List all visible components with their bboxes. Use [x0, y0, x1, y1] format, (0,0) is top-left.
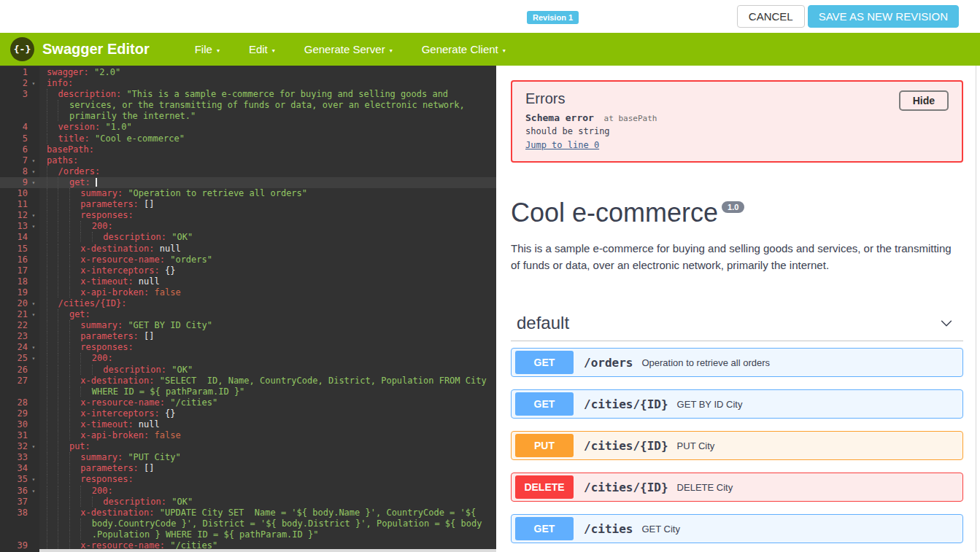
- code-text[interactable]: summary: "PUT City": [39, 452, 181, 463]
- editor-line[interactable]: 31 x-api-broken: false: [0, 430, 496, 441]
- hide-errors-button[interactable]: Hide: [899, 90, 949, 111]
- code-text[interactable]: responses:: [39, 342, 134, 353]
- editor-line[interactable]: 23 parameters: []: [0, 331, 496, 342]
- code-text[interactable]: swagger: "2.0": [39, 67, 120, 78]
- editor-line[interactable]: 28 x-resource-name: "/cities": [0, 397, 496, 408]
- operation-row-get-cities[interactable]: GET/citiesGET City: [511, 514, 963, 543]
- code-text[interactable]: x-api-broken: false: [39, 430, 181, 441]
- code-text[interactable]: 200:: [39, 353, 113, 364]
- editor-line[interactable]: 25▾ 200:: [0, 353, 496, 364]
- editor-line[interactable]: 24▾ responses:: [0, 342, 496, 353]
- editor-line[interactable]: services, or the transmitting of funds o…: [0, 100, 496, 111]
- editor-line[interactable]: 32▾ put:: [0, 441, 496, 452]
- editor-line[interactable]: 2▾info:: [0, 78, 496, 89]
- operation-row-put-cities-ID-[interactable]: PUT/cities/{ID}PUT City: [511, 431, 963, 460]
- code-text[interactable]: x-resource-name: "/cities": [39, 397, 217, 408]
- code-text[interactable]: services, or the transmitting of funds o…: [39, 100, 465, 111]
- code-text[interactable]: x-timeout: null: [39, 276, 160, 287]
- editor-line[interactable]: 22 summary: "GET BY ID City": [0, 320, 496, 331]
- fold-arrow-icon[interactable]: ▾: [28, 78, 39, 89]
- editor-line[interactable]: 10 summary: "Operation to retrieve all o…: [0, 188, 496, 199]
- editor-line[interactable]: 4 version: "1.0": [0, 122, 496, 133]
- editor-line[interactable]: 20▾ /cities/{ID}:: [0, 298, 496, 309]
- fold-arrow-icon[interactable]: ▾: [28, 177, 39, 188]
- fold-arrow-icon[interactable]: ▾: [28, 474, 39, 485]
- editor-line[interactable]: 6basePath:: [0, 144, 496, 155]
- code-text[interactable]: x-interceptors: {}: [39, 265, 175, 276]
- yaml-editor[interactable]: 1swagger: "2.0"2▾info:3 description: "Th…: [0, 66, 496, 552]
- code-text[interactable]: responses:: [39, 210, 134, 221]
- code-text[interactable]: /cities/{ID}:: [39, 298, 126, 309]
- editor-line[interactable]: 7▾paths:: [0, 155, 496, 166]
- editor-line[interactable]: 27 x-destination: "SELECT ID, Name, Coun…: [0, 376, 496, 386]
- code-text[interactable]: 200:: [39, 221, 113, 232]
- fold-arrow-icon[interactable]: ▾: [28, 155, 39, 166]
- code-text[interactable]: primarily the internet.": [39, 111, 196, 122]
- code-text[interactable]: /orders:: [39, 166, 100, 177]
- editor-line[interactable]: 33 summary: "PUT City": [0, 452, 496, 463]
- editor-line[interactable]: 9▾ get:: [0, 177, 496, 188]
- editor-line[interactable]: 29 x-interceptors: {}: [0, 408, 496, 419]
- code-text[interactable]: .Population } WHERE ID = ${ pathParam.ID…: [39, 529, 318, 540]
- code-text[interactable]: body.CountryCode }', District = '${ body…: [39, 518, 482, 529]
- code-text[interactable]: WHERE ID = ${ pathParam.ID }": [39, 386, 244, 397]
- editor-line[interactable]: 1swagger: "2.0": [0, 67, 496, 78]
- code-text[interactable]: get:: [39, 309, 90, 320]
- code-text[interactable]: 200:: [39, 486, 113, 497]
- editor-line[interactable]: 35▾ responses:: [0, 474, 496, 485]
- chevron-down-icon[interactable]: [938, 315, 954, 331]
- operation-row-get-cities-ID-[interactable]: GET/cities/{ID}GET BY ID City: [511, 389, 963, 419]
- code-text[interactable]: version: "1.0": [39, 122, 132, 133]
- code-text[interactable]: x-timeout: null: [39, 419, 160, 430]
- code-text[interactable]: description: "OK": [39, 365, 193, 376]
- editor-line[interactable]: 14 description: "OK": [0, 232, 496, 243]
- cancel-button[interactable]: CANCEL: [737, 5, 805, 28]
- code-text[interactable]: responses:: [39, 474, 134, 485]
- fold-arrow-icon[interactable]: ▾: [28, 486, 39, 497]
- code-text[interactable]: parameters: []: [39, 463, 155, 474]
- operation-row-get-orders[interactable]: GET/ordersOperation to retrieve all orde…: [511, 348, 963, 377]
- code-text[interactable]: parameters: []: [39, 199, 155, 210]
- editor-line[interactable]: 18 x-timeout: null: [0, 276, 496, 287]
- editor-line[interactable]: 26 description: "OK": [0, 365, 496, 376]
- editor-line[interactable]: WHERE ID = ${ pathParam.ID }": [0, 386, 496, 397]
- code-text[interactable]: get:: [39, 177, 97, 188]
- code-text[interactable]: description: "OK": [39, 232, 193, 243]
- editor-line[interactable]: 13▾ 200:: [0, 221, 496, 232]
- code-text[interactable]: summary: "GET BY ID City": [39, 320, 212, 331]
- fold-arrow-icon[interactable]: ▾: [28, 221, 39, 232]
- code-text[interactable]: x-destination: "SELECT ID, Name, Country…: [39, 376, 487, 386]
- editor-line[interactable]: 38 x-destination: "UPDATE City SET Name …: [0, 508, 496, 518]
- code-text[interactable]: info:: [39, 78, 73, 89]
- editor-line[interactable]: 16 x-resource-name: "orders": [0, 254, 496, 265]
- code-text[interactable]: x-interceptors: {}: [39, 408, 175, 419]
- code-text[interactable]: basePath:: [39, 144, 94, 155]
- code-text[interactable]: put:: [39, 441, 90, 452]
- preview-scrollbar[interactable]: [976, 66, 976, 552]
- tag-section-header-default[interactable]: default: [511, 313, 963, 341]
- editor-line[interactable]: 15 x-destination: null: [0, 244, 496, 254]
- code-text[interactable]: title: "Cool e-commerce": [39, 133, 185, 144]
- editor-line[interactable]: 17 x-interceptors: {}: [0, 265, 496, 276]
- fold-arrow-icon[interactable]: ▾: [28, 353, 39, 364]
- code-text[interactable]: description: "OK": [39, 497, 193, 508]
- menu-generate-client[interactable]: Generate Client▾: [417, 40, 510, 58]
- editor-line[interactable]: 37 description: "OK": [0, 497, 496, 508]
- fold-arrow-icon[interactable]: ▾: [28, 166, 39, 177]
- save-as-new-revision-button[interactable]: SAVE AS NEW REVISION: [808, 5, 959, 28]
- code-text[interactable]: paths:: [39, 155, 78, 166]
- editor-line[interactable]: 36▾ 200:: [0, 486, 496, 497]
- code-text[interactable]: summary: "Operation to retrieve all orde…: [39, 188, 307, 199]
- editor-line[interactable]: 19 x-api-broken: false: [0, 287, 496, 298]
- code-text[interactable]: x-destination: "UPDATE City SET Name = '…: [39, 508, 476, 518]
- editor-horizontal-scrollbar[interactable]: [39, 549, 496, 552]
- jump-to-line-link[interactable]: Jump to line 0: [525, 140, 599, 150]
- fold-arrow-icon[interactable]: ▾: [28, 309, 39, 320]
- code-text[interactable]: description: "This is a sample e-commerc…: [39, 89, 448, 100]
- fold-arrow-icon[interactable]: ▾: [28, 298, 39, 309]
- operation-row-delete-cities-ID-[interactable]: DELETE/cities/{ID}DELETE City: [511, 473, 963, 502]
- editor-line[interactable]: primarily the internet.": [0, 111, 496, 122]
- code-text[interactable]: x-resource-name: "orders": [39, 254, 212, 265]
- editor-line[interactable]: body.CountryCode }', District = '${ body…: [0, 518, 496, 529]
- editor-line[interactable]: 30 x-timeout: null: [0, 419, 496, 430]
